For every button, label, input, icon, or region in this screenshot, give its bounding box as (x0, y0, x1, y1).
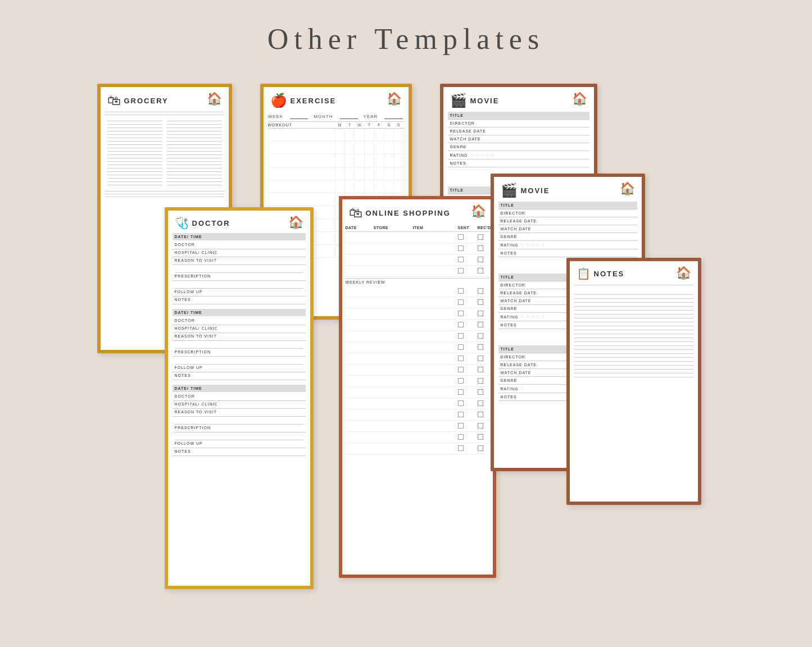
doctor-gap-3b (175, 432, 303, 440)
day-s2: S (394, 123, 403, 127)
checkbox[interactable] (478, 299, 483, 305)
workout-row (268, 180, 404, 193)
checkbox[interactable] (478, 333, 483, 339)
shopping-card[interactable]: 🛍 ONLINE SHOPPING 🏠 DATE STORE ITEM SENT… (339, 196, 496, 578)
checkbox[interactable] (478, 288, 483, 294)
workout-header: WORKOUT M T W T F S S (268, 122, 404, 129)
checkbox[interactable] (458, 389, 464, 395)
checkbox[interactable] (458, 257, 464, 262)
grocery-content (101, 117, 229, 189)
workout-row (268, 129, 404, 142)
shopping-icon: 🛍 (349, 205, 362, 221)
checkbox[interactable] (458, 423, 464, 429)
checkbox[interactable] (478, 412, 483, 417)
doctor-gap-1a (175, 265, 303, 273)
home-icon-grocery: 🏠 (207, 92, 222, 106)
checkbox[interactable] (458, 378, 464, 384)
checkbox[interactable] (478, 344, 483, 350)
checkbox[interactable] (478, 356, 483, 361)
workout-row (268, 142, 404, 154)
doctor-title: DOCTOR (192, 219, 230, 227)
checkbox[interactable] (478, 268, 483, 274)
shopping-col-store: STORE (374, 226, 413, 230)
checkbox[interactable] (458, 445, 464, 451)
checkbox[interactable] (478, 311, 483, 316)
notes-card-header: 📋 NOTES 🏠 (570, 261, 698, 284)
doctor-followup-2: FOLLOW UP (173, 364, 306, 372)
grocery-card-header: 🛍 GROCERY 🏠 (101, 87, 229, 112)
movie-rating-back: RATING ☆☆☆☆☆ (448, 151, 589, 160)
checkbox[interactable] (458, 245, 464, 251)
doctor-reason-1: REASON TO VISIT (173, 257, 306, 265)
doctor-section-3: DATE/ TIME DOCTOR HOSPITAL/ CLINIC REASO… (168, 385, 310, 456)
checkbox[interactable] (478, 389, 483, 395)
doctor-date-1: DATE/ TIME (173, 233, 306, 240)
shopping-col-date: DATE (346, 226, 374, 230)
shopping-row (346, 353, 489, 364)
movie-release-back: RELEASE DATE (448, 127, 589, 135)
movie-card-back-header: 🎬 MOVIE 🏠 (443, 87, 594, 112)
shopping-row (346, 266, 489, 277)
exercise-title: EXERCISE (291, 97, 337, 105)
checkbox[interactable] (458, 412, 464, 417)
checkbox[interactable] (478, 257, 483, 262)
notes-card[interactable]: 📋 NOTES 🏠 (566, 258, 701, 505)
checkbox[interactable] (458, 356, 464, 361)
movie-watch-front: WATCH DATE (498, 225, 637, 233)
checkbox[interactable] (458, 367, 464, 372)
checkbox[interactable] (458, 311, 464, 316)
shopping-row (346, 364, 489, 376)
checkbox[interactable] (458, 434, 464, 440)
checkbox[interactable] (458, 288, 464, 294)
shopping-row (346, 342, 489, 353)
shopping-row (346, 254, 489, 266)
doctor-prescription-2: PRESCRIPTION (173, 349, 306, 357)
exercise-card-header: 🍎 EXERCISE 🏠 (264, 87, 409, 112)
doctor-gap-3a (175, 417, 303, 425)
doctor-date-3: DATE/ TIME (173, 385, 306, 392)
checkbox[interactable] (458, 234, 464, 240)
shopping-row (346, 331, 489, 342)
doctor-section-2: DATE/ TIME DOCTOR HOSPITAL/ CLINIC REASO… (168, 309, 310, 380)
checkbox[interactable] (458, 344, 464, 350)
checkbox[interactable] (458, 333, 464, 339)
shopping-row (346, 387, 489, 398)
checkbox[interactable] (478, 322, 483, 327)
checkbox[interactable] (478, 434, 483, 440)
movie-icon-front: 🎬 (501, 183, 518, 198)
movie-director-back: DIRECTOR (448, 120, 589, 127)
doctor-gap-2a (175, 341, 303, 349)
shopping-row (346, 432, 489, 443)
doctor-prescription-1: PRESCRIPTION (173, 273, 306, 281)
checkbox[interactable] (458, 299, 464, 305)
shopping-col-sent: SENT (458, 226, 478, 230)
page-title: Other Templates (267, 22, 545, 56)
doctor-prescription-3: PRESCRIPTION (173, 425, 306, 432)
checkbox[interactable] (478, 245, 483, 251)
checkbox[interactable] (478, 367, 483, 372)
doctor-notes-2: NOTES (173, 372, 306, 380)
shopping-row (346, 297, 489, 308)
checkbox[interactable] (478, 378, 483, 384)
checkbox[interactable] (478, 400, 483, 406)
checkbox[interactable] (458, 268, 464, 274)
checkbox[interactable] (478, 234, 483, 240)
doctor-card[interactable]: 🩺 DOCTOR 🏠 DATE/ TIME DOCTOR HOSPITAL/ C… (165, 207, 314, 589)
checkbox[interactable] (458, 322, 464, 327)
doctor-section-1: DATE/ TIME DOCTOR HOSPITAL/ CLINIC REASO… (168, 233, 310, 304)
movie-watch-back: WATCH DATE (448, 135, 589, 143)
movie-director-front: DIRECTOR (498, 209, 637, 217)
exercise-week-row: WEEK MONTH YEAR (268, 112, 404, 122)
doctor-icon: 🩺 (175, 216, 189, 230)
shopping-content: DATE STORE ITEM SENT REC'D WEEKLY REVIEW (342, 224, 493, 458)
doctor-notes-1: NOTES (173, 297, 306, 304)
day-t2: T (365, 123, 374, 127)
stars-back: ☆☆☆☆☆ (470, 152, 495, 158)
shopping-row (346, 243, 489, 254)
week-label: WEEK (268, 114, 284, 119)
checkbox[interactable] (458, 400, 464, 406)
checkbox[interactable] (478, 445, 483, 451)
day-f: F (374, 123, 384, 127)
checkbox[interactable] (478, 423, 483, 429)
shopping-card-header: 🛍 ONLINE SHOPPING 🏠 (342, 199, 493, 224)
